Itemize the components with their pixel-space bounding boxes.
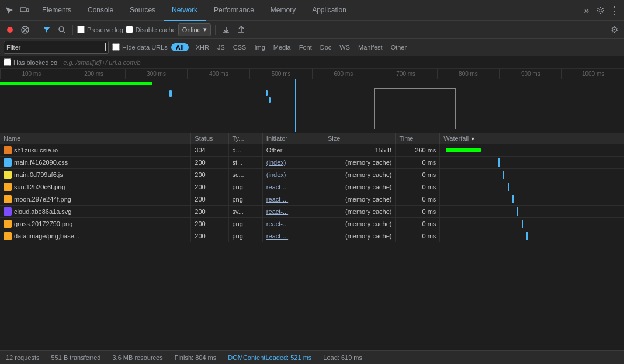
filter-input[interactable]: [6, 44, 105, 51]
tab-network[interactable]: Network: [164, 0, 206, 21]
initiator-link[interactable]: (index): [266, 159, 286, 166]
initiator-cell: react-...: [262, 206, 324, 218]
initiator-cell: react-...: [262, 193, 324, 206]
file-name[interactable]: main.f4162090.css: [14, 159, 68, 166]
clear-button[interactable]: [19, 23, 32, 36]
disable-cache-checkbox[interactable]: Disable cache: [126, 26, 176, 33]
divider-2: [72, 25, 73, 35]
file-name[interactable]: main.0d799af6.js: [14, 171, 63, 178]
initiator-link[interactable]: react-...: [266, 196, 288, 203]
tab-performance[interactable]: Performance: [206, 0, 262, 21]
tab-application[interactable]: Application: [304, 0, 355, 21]
tick-700ms: 700 ms: [375, 69, 437, 79]
file-type-icon: [4, 146, 12, 154]
col-name[interactable]: Name: [0, 133, 191, 144]
tab-console[interactable]: Console: [79, 0, 122, 21]
time-cell: 0 ms: [396, 157, 440, 169]
tab-memory[interactable]: Memory: [262, 0, 304, 21]
tick-500ms: 500 ms: [249, 69, 312, 79]
timeline: 100 ms 200 ms 300 ms 400 ms 500 ms 600 m…: [0, 69, 624, 133]
initiator-cell: (index): [262, 157, 324, 169]
hide-data-urls-checkbox[interactable]: Hide data URLs: [112, 43, 168, 51]
record-button[interactable]: [4, 23, 16, 36]
network-table: Name Status Ty... Initiator Size Time Wa…: [0, 133, 624, 242]
tick-300ms: 300 ms: [125, 69, 188, 79]
more-tabs-icon[interactable]: »: [581, 5, 592, 16]
more-menu-icon[interactable]: ⋮: [609, 5, 620, 16]
file-name[interactable]: data:image/png;base...: [14, 233, 79, 240]
initiator-link[interactable]: react-...: [266, 183, 288, 190]
export-har-button[interactable]: [235, 23, 248, 36]
svg-rect-0: [20, 8, 26, 12]
col-size[interactable]: Size: [324, 133, 396, 144]
type-cell: sv...: [228, 206, 262, 218]
time-cell: 0 ms: [396, 230, 440, 242]
table-row[interactable]: data:image/png;base...200pngreact-...(me…: [0, 230, 624, 242]
time-cell: 0 ms: [396, 193, 440, 206]
file-name[interactable]: grass.20172790.png: [14, 220, 72, 227]
tick-400ms: 400 ms: [187, 69, 249, 79]
timeline-red-line: [345, 79, 345, 132]
filter-other[interactable]: Other: [387, 43, 411, 51]
import-har-button[interactable]: [220, 23, 233, 36]
search-button[interactable]: [56, 23, 68, 36]
file-name[interactable]: cloud.abe86a1a.svg: [14, 208, 71, 215]
initiator-link[interactable]: react-...: [266, 208, 288, 215]
status-cell: 200: [191, 169, 228, 181]
table-row[interactable]: cloud.abe86a1a.svg200sv...react-...(memo…: [0, 206, 624, 218]
initiator-link[interactable]: (index): [266, 171, 286, 178]
table-row[interactable]: main.f4162090.css200st...(index)(memory …: [0, 157, 624, 169]
table-row[interactable]: sun.12b20c6f.png200pngreact-...(memory c…: [0, 181, 624, 193]
table-row[interactable]: sh1zuku.csie.io304d...Other155 B260 ms: [0, 144, 624, 157]
tab-elements[interactable]: Elements: [34, 0, 79, 21]
file-name-cell: grass.20172790.png: [4, 220, 167, 228]
preserve-log-checkbox[interactable]: Preserve log: [77, 26, 123, 33]
svg-rect-1: [27, 9, 29, 12]
col-type[interactable]: Ty...: [228, 133, 262, 144]
device-toggle-icon[interactable]: [19, 5, 30, 16]
filter-css[interactable]: CSS: [230, 43, 250, 51]
all-filter-badge[interactable]: All: [171, 43, 189, 51]
initiator-cell: react-...: [262, 181, 324, 193]
timeline-bracket-box: [374, 88, 456, 129]
divider-1: [36, 25, 36, 35]
filter-ws[interactable]: WS: [336, 43, 353, 51]
filter-js[interactable]: JS: [214, 43, 228, 51]
file-type-icon: [4, 232, 12, 240]
filter-manifest[interactable]: Manifest: [355, 43, 386, 51]
table-row[interactable]: main.0d799af6.js200sc...(index)(memory c…: [0, 169, 624, 181]
tick-800ms: 800 ms: [437, 69, 500, 79]
settings-icon[interactable]: [595, 5, 606, 16]
tab-sources[interactable]: Sources: [122, 0, 164, 21]
status-cell: 200: [191, 193, 228, 206]
col-initiator[interactable]: Initiator: [262, 133, 324, 144]
filter-img[interactable]: Img: [251, 43, 268, 51]
col-waterfall[interactable]: Waterfall: [440, 133, 624, 144]
type-cell: png: [228, 230, 262, 242]
col-status[interactable]: Status: [191, 133, 228, 144]
filter-media[interactable]: Media: [270, 43, 294, 51]
file-name[interactable]: moon.297e244f.png: [14, 196, 71, 203]
has-blocked-checkbox[interactable]: Has blocked co: [4, 58, 57, 66]
initiator-link[interactable]: react-...: [266, 220, 288, 227]
network-settings-button[interactable]: ⚙: [608, 23, 620, 36]
filter-font[interactable]: Font: [296, 43, 316, 51]
filter-xhr[interactable]: XHR: [192, 43, 213, 51]
network-throttle-select[interactable]: Online ▾: [178, 23, 211, 36]
waterfall-tick: [503, 171, 504, 179]
status-resources: 3.6 MB resources: [112, 354, 162, 361]
type-cell: sc...: [228, 169, 262, 181]
file-name[interactable]: sun.12b20c6f.png: [14, 183, 65, 190]
table-row[interactable]: moon.297e244f.png200pngreact-...(memory …: [0, 193, 624, 206]
table-row[interactable]: grass.20172790.png200pngreact-...(memory…: [0, 218, 624, 230]
divider-3: [215, 25, 216, 35]
col-time[interactable]: Time: [396, 133, 440, 144]
file-name[interactable]: sh1zuku.csie.io: [14, 147, 58, 154]
filter-doc[interactable]: Doc: [317, 43, 335, 51]
file-name-cell: main.f4162090.css: [4, 158, 167, 167]
size-cell: (memory cache): [324, 218, 396, 230]
initiator-link[interactable]: react-...: [266, 233, 288, 240]
status-transferred: 551 B transferred: [51, 354, 100, 361]
filter-button[interactable]: [40, 23, 53, 36]
pointer-icon[interactable]: [4, 5, 15, 16]
